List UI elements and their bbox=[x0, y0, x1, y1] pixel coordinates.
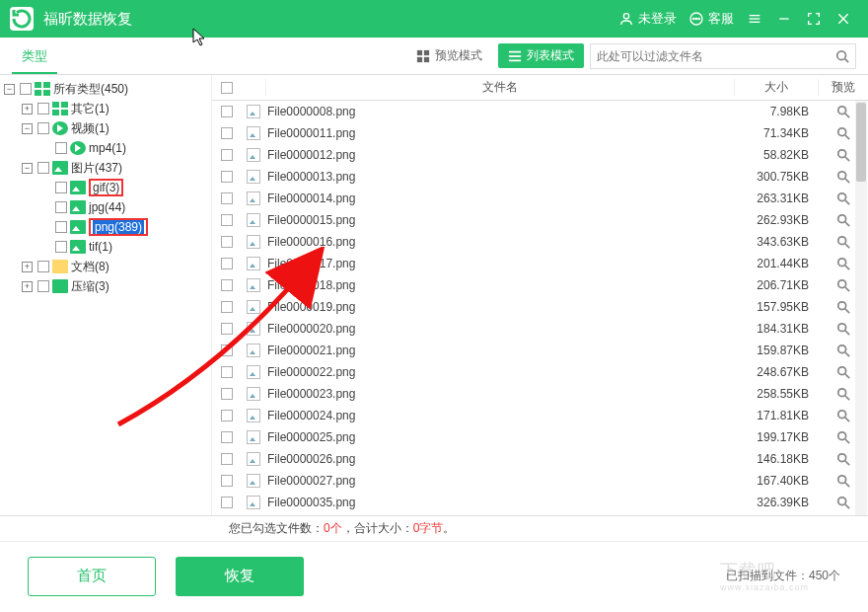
tree-arc[interactable]: +压缩(3) bbox=[2, 276, 209, 296]
tree-all[interactable]: −所有类型(450) bbox=[2, 79, 209, 99]
row-checkbox[interactable] bbox=[212, 214, 242, 226]
svg-line-49 bbox=[845, 418, 849, 421]
svg-line-37 bbox=[845, 287, 849, 291]
maximize-icon[interactable] bbox=[799, 4, 829, 34]
file-size: 343.63KB bbox=[735, 235, 819, 249]
filter-input[interactable] bbox=[597, 49, 835, 63]
file-size: 167.40KB bbox=[735, 474, 819, 488]
tree-png[interactable]: png(389) bbox=[2, 217, 209, 237]
file-list: 文件名 大小 预览 File0000008.png7.98KBFile00000… bbox=[212, 75, 868, 515]
svg-point-54 bbox=[838, 476, 846, 484]
minimize-icon[interactable] bbox=[769, 4, 799, 34]
login-button[interactable]: 未登录 bbox=[618, 10, 677, 28]
row-checkbox[interactable] bbox=[212, 149, 242, 161]
row-checkbox[interactable] bbox=[212, 497, 242, 508]
file-name: File0000008.png bbox=[265, 105, 735, 118]
row-checkbox[interactable] bbox=[212, 236, 242, 248]
row-checkbox[interactable] bbox=[212, 344, 242, 356]
row-checkbox[interactable] bbox=[212, 323, 242, 335]
grid-view-icon bbox=[416, 49, 430, 63]
file-icon bbox=[242, 496, 265, 509]
row-checkbox[interactable] bbox=[212, 258, 242, 269]
view-preview-button[interactable]: 预览模式 bbox=[406, 43, 492, 68]
table-row[interactable]: File0000015.png262.93KB bbox=[212, 209, 868, 231]
row-checkbox[interactable] bbox=[212, 431, 242, 443]
file-icon bbox=[242, 257, 265, 270]
view-list-button[interactable]: 列表模式 bbox=[498, 43, 584, 68]
tree-image[interactable]: −图片(437) bbox=[2, 158, 209, 178]
table-row[interactable]: File0000014.png263.31KB bbox=[212, 188, 868, 209]
search-icon[interactable] bbox=[835, 49, 849, 63]
table-row[interactable]: File0000011.png71.34KB bbox=[212, 122, 868, 144]
home-button[interactable]: 首页 bbox=[28, 557, 156, 596]
row-checkbox[interactable] bbox=[212, 279, 242, 291]
file-icon bbox=[242, 322, 265, 336]
svg-line-51 bbox=[845, 439, 849, 443]
file-size: 146.18KB bbox=[735, 452, 819, 466]
row-checkbox[interactable] bbox=[212, 366, 242, 378]
file-size: 201.44KB bbox=[735, 257, 819, 270]
table-row[interactable]: File0000021.png159.87KB bbox=[212, 340, 868, 361]
table-row[interactable]: File0000024.png171.81KB bbox=[212, 405, 868, 426]
row-checkbox[interactable] bbox=[212, 127, 242, 139]
tree-tif[interactable]: tif(1) bbox=[2, 237, 209, 257]
scrollbar-thumb[interactable] bbox=[856, 103, 866, 182]
svg-line-35 bbox=[845, 266, 849, 269]
tree-mp4[interactable]: mp4(1) bbox=[2, 138, 209, 158]
row-checkbox[interactable] bbox=[212, 475, 242, 487]
svg-line-21 bbox=[845, 114, 849, 117]
tab-type[interactable]: 类型 bbox=[12, 38, 57, 74]
file-size: 206.71KB bbox=[735, 278, 819, 292]
table-row[interactable]: File0000023.png258.55KB bbox=[212, 383, 868, 405]
table-row[interactable]: File0000017.png201.44KB bbox=[212, 253, 868, 274]
file-name: File0000012.png bbox=[265, 148, 735, 162]
table-row[interactable]: File0000013.png300.75KB bbox=[212, 166, 868, 188]
row-checkbox[interactable] bbox=[212, 410, 242, 421]
row-checkbox[interactable] bbox=[212, 388, 242, 400]
close-icon[interactable] bbox=[829, 4, 858, 34]
table-row[interactable]: File0000016.png343.63KB bbox=[212, 231, 868, 253]
file-size: 171.81KB bbox=[735, 409, 819, 422]
row-checkbox[interactable] bbox=[212, 106, 242, 117]
table-row[interactable]: File0000019.png157.95KB bbox=[212, 296, 868, 318]
recover-button[interactable]: 恢复 bbox=[176, 557, 304, 596]
col-name[interactable]: 文件名 bbox=[265, 79, 735, 96]
tree-doc[interactable]: +文档(8) bbox=[2, 257, 209, 276]
table-row[interactable]: File0000022.png248.67KB bbox=[212, 361, 868, 383]
svg-point-22 bbox=[838, 128, 846, 136]
table-row[interactable]: File0000025.png199.17KB bbox=[212, 426, 868, 448]
svg-point-3 bbox=[695, 18, 696, 19]
svg-point-40 bbox=[838, 324, 846, 332]
table-row[interactable]: File0000026.png146.18KB bbox=[212, 448, 868, 470]
svg-line-27 bbox=[845, 179, 849, 183]
file-size: 263.31KB bbox=[735, 191, 819, 205]
tree-gif[interactable]: gif(3) bbox=[2, 178, 209, 197]
menu-icon[interactable] bbox=[740, 4, 769, 34]
table-row[interactable]: File0000020.png184.31KB bbox=[212, 318, 868, 340]
row-checkbox[interactable] bbox=[212, 301, 242, 313]
filter-box[interactable] bbox=[590, 43, 856, 69]
table-row[interactable]: File0000027.png167.40KB bbox=[212, 470, 868, 492]
tree-jpg[interactable]: jpg(44) bbox=[2, 197, 209, 217]
row-checkbox[interactable] bbox=[212, 171, 242, 183]
table-row[interactable]: File0000035.png326.39KB bbox=[212, 492, 868, 513]
file-icon bbox=[242, 387, 265, 401]
svg-line-23 bbox=[845, 135, 849, 139]
table-row[interactable]: File0000018.png206.71KB bbox=[212, 274, 868, 296]
table-row[interactable]: File0000012.png58.82KB bbox=[212, 144, 868, 166]
tree-video[interactable]: −视频(1) bbox=[2, 118, 209, 138]
type-tree: −所有类型(450) +其它(1) −视频(1) mp4(1) −图片(437)… bbox=[0, 75, 212, 515]
row-checkbox[interactable] bbox=[212, 192, 242, 204]
support-button[interactable]: 客服 bbox=[688, 10, 734, 28]
file-icon bbox=[242, 430, 265, 444]
table-row[interactable]: File0000008.png7.98KB bbox=[212, 101, 868, 122]
col-preview[interactable]: 预览 bbox=[819, 79, 868, 96]
tree-misc[interactable]: +其它(1) bbox=[2, 99, 209, 118]
col-size[interactable]: 大小 bbox=[735, 79, 819, 96]
row-checkbox[interactable] bbox=[212, 453, 242, 465]
select-all-checkbox[interactable] bbox=[212, 82, 242, 94]
scrollbar[interactable] bbox=[855, 101, 867, 515]
svg-point-2 bbox=[693, 18, 694, 19]
file-icon bbox=[242, 409, 265, 422]
file-icon bbox=[242, 148, 265, 162]
